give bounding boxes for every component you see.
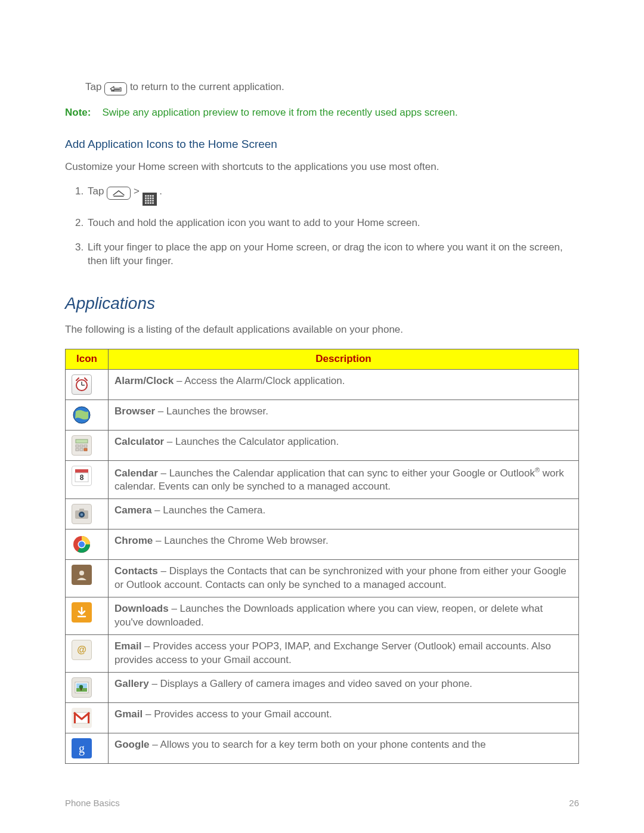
step-2: Touch and hold the application icon you … (86, 216, 579, 230)
svg-rect-13 (75, 469, 88, 473)
calculator-icon (72, 435, 92, 456)
table-row: g Google – Allows you to search for a ke… (66, 733, 579, 763)
applications-table: Icon Description (65, 349, 579, 764)
footer-section: Phone Basics (65, 797, 120, 809)
google-icon: g (72, 738, 92, 758)
svg-rect-33 (88, 713, 89, 723)
tap-return-line: Tap to return to the current application… (65, 80, 579, 95)
svg-rect-6 (76, 439, 88, 443)
table-row: Browser – Launches the browser. (66, 400, 579, 430)
table-row: Chrome – Launches the Chrome Web browser… (66, 529, 579, 560)
svg-point-18 (80, 513, 83, 516)
step-1: Tap > . (86, 185, 579, 206)
downloads-icon (72, 602, 92, 623)
camera-icon (72, 504, 92, 524)
svg-rect-8 (80, 445, 83, 447)
table-row: Calculator – Launches the Calculator app… (66, 430, 579, 460)
chrome-icon (72, 534, 92, 555)
table-row: Gallery – Displays a Gallery of camera i… (66, 672, 579, 702)
svg-rect-10 (76, 448, 79, 451)
note: Note: Swipe any application preview to r… (65, 106, 579, 120)
note-text: Swipe any application preview to remove … (102, 107, 457, 118)
email-icon: @ (72, 640, 92, 660)
svg-rect-12 (84, 448, 87, 451)
table-row: Alarm/Clock – Access the Alarm/Clock app… (66, 369, 579, 400)
contacts-icon (72, 565, 92, 585)
footer-page-number: 26 (569, 797, 579, 809)
svg-rect-32 (74, 713, 76, 723)
calendar-icon: 8 (72, 466, 92, 486)
table-row: 8 Calendar – Launches the Calendar appli… (66, 460, 579, 499)
table-row: Gmail – Provides access to your Gmail ac… (66, 702, 579, 733)
section-title-applications: Applications (65, 292, 579, 315)
alarm-clock-icon (72, 374, 92, 395)
svg-rect-9 (84, 445, 87, 447)
svg-text:@: @ (77, 645, 86, 655)
gmail-icon (72, 708, 92, 728)
page-footer: Phone Basics 26 (65, 797, 579, 809)
subheading-add-icons: Add Application Icons to the Home Screen (65, 137, 579, 152)
table-row: Camera – Launches the Camera. (66, 499, 579, 529)
table-header-description: Description (109, 349, 579, 369)
svg-point-22 (79, 541, 85, 547)
svg-rect-11 (80, 448, 83, 451)
section-intro: The following is a listing of the defaul… (65, 323, 579, 337)
back-icon (104, 82, 127, 95)
tap-return-prefix: Tap (85, 81, 104, 92)
svg-rect-7 (76, 445, 79, 447)
table-row: Downloads – Launches the Downloads appli… (66, 597, 579, 635)
table-row: Contacts – Displays the Contacts that ca… (66, 560, 579, 597)
home-icon (107, 187, 131, 200)
apps-grid-icon (143, 193, 157, 206)
tap-return-suffix: to return to the current application. (130, 81, 284, 92)
gallery-icon (72, 677, 92, 698)
svg-text:8: 8 (80, 473, 84, 482)
customize-para: Customize your Home screen with shortcut… (65, 160, 579, 174)
step-3: Lift your finger to place the app on you… (86, 241, 579, 268)
steps-list: Tap > . Touch and hold the application i… (65, 185, 579, 269)
table-row: @ Email – Provides access your POP3, IMA… (66, 635, 579, 673)
svg-text:g: g (79, 742, 85, 755)
table-header-icon: Icon (66, 349, 109, 369)
svg-rect-19 (79, 509, 84, 511)
svg-point-23 (79, 571, 84, 575)
note-label: Note: (65, 107, 91, 118)
browser-icon (72, 405, 92, 425)
svg-rect-30 (80, 688, 82, 690)
